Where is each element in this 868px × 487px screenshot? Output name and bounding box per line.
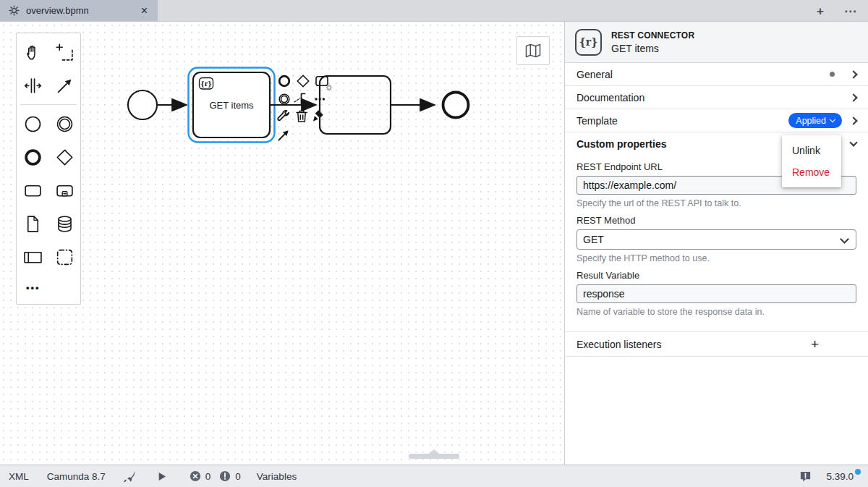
deploy-button[interactable] <box>122 470 136 483</box>
chevron-down-icon <box>830 117 835 122</box>
element-palette: ••• <box>16 33 81 305</box>
rest-method-label: REST Method <box>576 215 856 226</box>
chevron-right-icon <box>849 93 857 101</box>
end-event[interactable] <box>443 93 469 118</box>
appended-task[interactable] <box>320 76 391 134</box>
lasso-tool[interactable] <box>48 35 80 69</box>
tab-overview-bpmn[interactable]: overview.bpmn × <box>0 0 158 21</box>
delete-trash-icon[interactable] <box>297 111 307 122</box>
append-end-event-icon[interactable] <box>279 76 289 86</box>
start-event[interactable] <box>128 90 157 119</box>
properties-panel: {r} REST CONNECTOR GET items General Doc… <box>564 22 868 465</box>
set-color-brush-icon[interactable] <box>313 110 323 121</box>
template-applied-dropdown[interactable]: Applied <box>788 113 842 128</box>
change-type-wrench-icon[interactable] <box>278 111 289 120</box>
map-icon <box>524 41 542 60</box>
more-append-options-icon[interactable] <box>315 98 325 100</box>
append-intermediate-event-icon[interactable] <box>279 94 289 104</box>
chevron-right-icon <box>849 117 857 124</box>
start-instance-button[interactable] <box>156 470 168 483</box>
create-expanded-subprocess[interactable] <box>48 174 80 207</box>
new-tab-button[interactable]: + <box>817 5 824 17</box>
tab-bar: overview.bpmn × + ⋯ <box>0 0 868 22</box>
bottom-panel-handle[interactable] <box>409 454 459 459</box>
template-dropdown-menu: Unlink Remove <box>782 135 841 187</box>
error-count[interactable]: 0 <box>190 470 211 482</box>
xml-toggle[interactable]: XML <box>9 471 29 482</box>
chevron-right-icon <box>849 70 857 78</box>
status-bar: XML Camunda 8.7 0 <box>0 465 868 487</box>
tab-bar-actions: + ⋯ <box>817 0 856 22</box>
update-available-dot <box>855 469 861 475</box>
rest-method-help: Specify the HTTP method to use. <box>576 253 856 263</box>
warning-icon <box>219 470 231 482</box>
result-variable-input[interactable] <box>576 284 856 303</box>
create-participant[interactable] <box>17 240 48 274</box>
rest-endpoint-url-help: Specify the url of the REST API to talk … <box>576 198 856 208</box>
task-get-items[interactable]: {r} GET items <box>193 72 270 137</box>
element-name-label: GET items <box>611 43 694 54</box>
append-text-annotation-icon[interactable] <box>294 94 305 105</box>
global-connect-tool[interactable] <box>48 69 80 102</box>
result-variable-label: Result Variable <box>576 270 856 281</box>
tab-title: overview.bpmn <box>26 5 89 16</box>
create-data-store[interactable] <box>48 207 80 240</box>
engine-version-selector[interactable]: Camunda 8.7 <box>47 471 106 482</box>
create-group[interactable] <box>48 240 80 274</box>
bpmn-diagram: {r} GET items <box>0 22 564 465</box>
create-data-object[interactable] <box>17 207 48 240</box>
hand-tool[interactable] <box>17 35 48 69</box>
create-start-event[interactable] <box>17 107 48 140</box>
tab-overflow-button[interactable]: ⋯ <box>844 5 856 17</box>
group-documentation[interactable]: Documentation <box>565 86 868 109</box>
append-gateway-icon[interactable] <box>297 75 309 87</box>
rest-connector-icon: {r} <box>575 29 602 56</box>
minimap-toggle-button[interactable] <box>516 36 550 65</box>
create-gateway[interactable] <box>48 140 80 174</box>
palette-separator <box>20 104 77 105</box>
group-execution-listeners[interactable]: Execution listeners + <box>565 331 868 357</box>
properties-panel-header: {r} REST CONNECTOR GET items <box>565 22 868 63</box>
template-gear-icon <box>326 85 332 90</box>
create-task[interactable] <box>17 174 48 207</box>
camunda-modeler-window: overview.bpmn × + ⋯ <box>0 0 868 487</box>
close-tab-icon[interactable]: × <box>138 5 150 17</box>
modified-dot <box>830 72 835 77</box>
create-end-event[interactable] <box>17 140 48 174</box>
rest-method-select[interactable]: GET <box>576 229 856 250</box>
warning-count[interactable]: 0 <box>219 470 241 482</box>
connect-arrow-icon[interactable] <box>279 130 289 140</box>
rest-connector-badge-glyph: {r} <box>200 80 211 88</box>
task-label: GET items <box>209 100 254 111</box>
process-gear-icon <box>9 5 20 16</box>
template-unlink-item[interactable]: Unlink <box>782 140 841 161</box>
variables-toggle[interactable]: Variables <box>257 471 297 482</box>
feedback-button[interactable] <box>799 470 812 483</box>
element-type-label: REST CONNECTOR <box>611 30 694 41</box>
play-icon <box>156 470 168 483</box>
bpmn-canvas[interactable]: {r} GET items <box>0 22 564 465</box>
app-version[interactable]: 5.39.0 <box>826 471 859 482</box>
palette-more-button[interactable]: ••• <box>17 274 80 301</box>
feedback-bubble-icon <box>799 470 812 483</box>
group-template[interactable]: Template Applied <box>565 109 868 132</box>
space-tool[interactable] <box>17 69 48 102</box>
result-variable-help: Name of variable to store the response d… <box>576 307 856 317</box>
chevron-down-icon <box>849 138 857 146</box>
error-icon <box>190 470 201 482</box>
context-pad <box>278 75 332 140</box>
create-intermediate-event[interactable] <box>48 107 80 140</box>
group-general[interactable]: General <box>565 63 868 86</box>
rocket-icon <box>122 470 136 483</box>
add-execution-listener-button[interactable]: + <box>811 337 819 351</box>
template-remove-item[interactable]: Remove <box>782 161 841 183</box>
